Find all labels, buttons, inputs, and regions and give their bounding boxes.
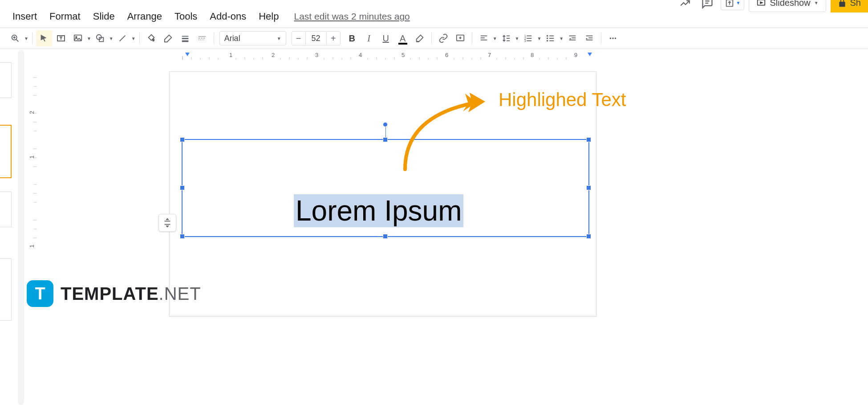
menu-insert[interactable]: Insert [6,8,43,25]
vertical-ruler[interactable]: 2 1 1 [27,60,37,405]
font-size-decrease[interactable]: − [292,32,305,45]
resize-handle-br[interactable] [586,234,591,239]
svg-rect-22 [198,40,199,40]
activity-icon[interactable] [676,0,694,12]
slideshow-button[interactable]: Slideshow ▼ [749,0,826,12]
zoom-button[interactable] [7,30,23,46]
toolbar: ▼ ▼ ▼ ▼ Arial ▼ − [0,28,868,49]
border-weight-button[interactable] [177,30,193,46]
svg-rect-30 [480,37,484,38]
menu-arrange[interactable]: Arrange [121,8,168,25]
menu-addons[interactable]: Add-ons [203,8,252,25]
slide-thumbnail[interactable] [0,192,12,227]
slide-thumbnail[interactable] [0,62,12,98]
font-family-select[interactable]: Arial ▼ [219,31,286,45]
svg-rect-25 [203,40,204,40]
watermark-light: .NET [159,284,201,303]
svg-point-56 [612,37,614,39]
last-edit-link[interactable]: Last edit was 2 minutes ago [294,11,410,22]
link-button[interactable] [435,30,451,46]
line-spacing-button[interactable] [498,30,514,46]
shape-tool[interactable] [92,30,108,46]
thumbnail-scrollbar[interactable] [18,50,24,405]
menu-format[interactable]: Format [43,8,87,25]
svg-text:5: 5 [402,52,405,58]
present-dropdown[interactable]: ▼ [721,0,745,10]
resize-handle-tl[interactable] [180,137,185,142]
separator [601,33,601,44]
svg-text:2: 2 [272,52,275,58]
italic-button[interactable]: I [361,30,377,46]
svg-rect-47 [569,36,576,37]
watermark: T TEMPLATE.NET [27,280,201,307]
svg-marker-50 [569,38,571,40]
fill-color-button[interactable] [143,30,159,46]
add-comment-button[interactable] [452,30,468,46]
svg-marker-54 [586,38,588,40]
svg-rect-38 [527,38,532,39]
rotate-handle[interactable] [383,122,388,127]
text-color-button[interactable]: A [395,30,411,46]
rotate-connector [385,127,386,137]
separator [214,33,214,44]
menu-slide[interactable]: Slide [87,8,121,25]
resize-handle-ml[interactable] [180,185,185,190]
svg-rect-48 [572,37,576,38]
fit-to-window-button[interactable] [158,214,176,232]
share-label: Sh [850,0,861,8]
separator [139,33,140,44]
svg-text:2: 2 [28,111,35,114]
svg-rect-49 [569,40,576,41]
chevron-down-icon: ▼ [87,36,91,41]
resize-handle-bl[interactable] [180,234,185,239]
horizontal-ruler[interactable]: 1 2 3 4 5 6 7 8 9 [36,50,868,60]
menu-tools[interactable]: Tools [168,8,203,25]
border-color-button[interactable] [160,30,176,46]
svg-rect-23 [200,40,201,40]
image-tool[interactable] [70,30,86,46]
font-size-input[interactable] [305,32,327,45]
text-color-swatch [398,43,407,45]
svg-rect-40 [527,41,532,41]
border-dash-button[interactable] [194,30,210,46]
textbox-tool[interactable] [53,30,69,46]
bulleted-list-button[interactable] [542,30,558,46]
resize-handle-mr[interactable] [586,185,591,190]
share-button[interactable]: Sh [831,0,868,12]
chevron-down-icon: ▼ [559,36,564,41]
svg-text:4: 4 [359,52,362,58]
more-button[interactable] [605,30,621,46]
menu-help[interactable]: Help [252,8,285,25]
highlight-button[interactable] [412,30,428,46]
svg-rect-52 [588,37,592,38]
svg-point-55 [610,37,612,39]
slide-thumbnail-active[interactable] [0,125,12,178]
font-size-group: − + [292,31,341,45]
resize-handle-tr[interactable] [586,137,591,142]
font-family-value: Arial [224,34,240,43]
svg-text:8: 8 [531,52,534,58]
slide-thumbnail[interactable] [0,258,12,321]
svg-text:7: 7 [488,52,491,58]
svg-point-57 [615,37,617,39]
svg-text:3: 3 [315,52,318,58]
watermark-bold: TEMPLATE [61,284,159,303]
comment-icon[interactable] [698,0,716,12]
resize-handle-tm[interactable] [383,137,388,142]
indent-decrease-button[interactable] [564,30,580,46]
line-tool[interactable] [114,30,130,46]
watermark-icon: T [27,280,53,307]
separator [32,33,32,44]
svg-rect-51 [586,36,593,37]
font-size-increase[interactable]: + [327,32,340,45]
slide-text-highlighted[interactable]: Lorem Ipsum [294,194,463,227]
bold-button[interactable]: B [344,30,360,46]
indent-increase-button[interactable] [581,30,597,46]
numbered-list-button[interactable]: 123 [520,30,536,46]
align-button[interactable] [476,30,492,46]
svg-marker-4 [761,2,763,4]
select-tool[interactable] [36,30,52,46]
resize-handle-bm[interactable] [383,234,388,239]
chevron-down-icon: ▼ [736,0,741,5]
underline-button[interactable]: U [378,30,394,46]
